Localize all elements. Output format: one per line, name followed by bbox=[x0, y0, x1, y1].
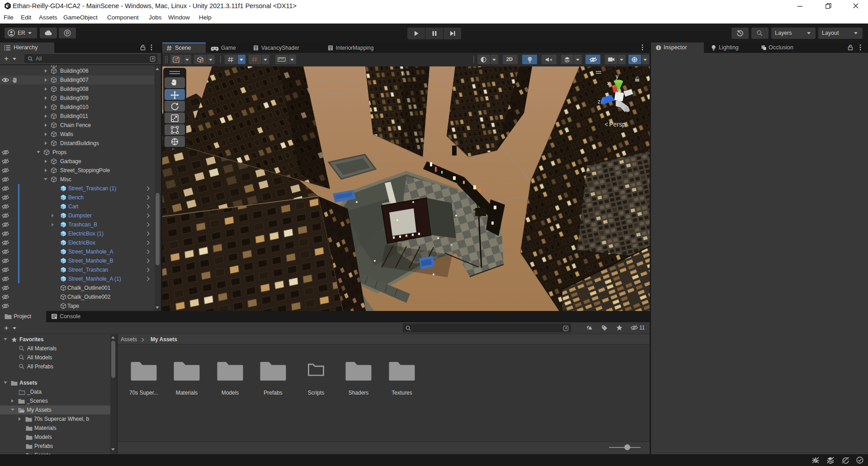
svg-text:x: x bbox=[607, 80, 610, 86]
svg-text:Y: Y bbox=[231, 60, 232, 63]
svg-text:y: y bbox=[616, 73, 618, 80]
svg-text:z: z bbox=[598, 99, 600, 105]
